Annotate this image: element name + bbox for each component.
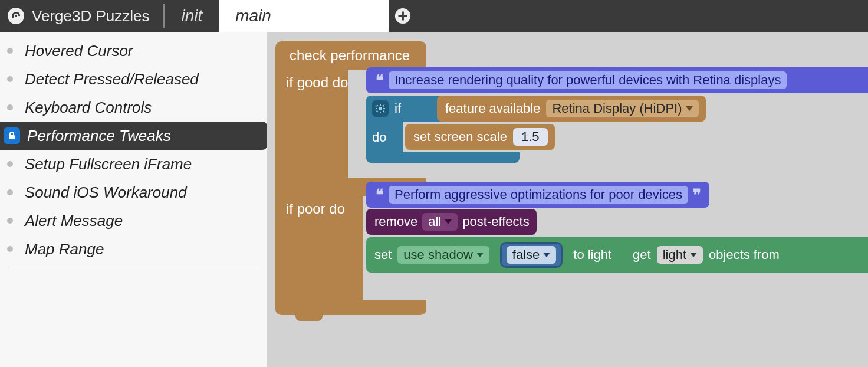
add-tab-button[interactable]	[389, 0, 417, 32]
block-label: feature available	[445, 101, 540, 116]
app-logo-icon	[6, 6, 26, 26]
tab-main[interactable]: main	[219, 0, 389, 32]
comment-text: Perform aggressive optimizations for poo…	[389, 186, 688, 204]
chevron-down-icon	[690, 253, 697, 257]
svg-rect-7	[380, 104, 381, 106]
block-label: set screen scale	[413, 129, 507, 145]
bullet-icon	[7, 48, 13, 54]
plus-circle-icon	[394, 7, 412, 25]
bullet-icon	[7, 161, 13, 167]
svg-rect-14	[383, 110, 385, 113]
block-label: check performance	[290, 47, 410, 64]
chevron-down-icon	[686, 106, 693, 111]
sidebar-item-label: Hovered Cursor	[25, 42, 133, 60]
sidebar-item-label: Keyboard Controls	[25, 99, 152, 117]
block-label: if poor do	[286, 201, 345, 217]
block-rail-poor: if poor do	[275, 196, 363, 300]
dropdown-light-prop[interactable]: use shadow	[397, 246, 489, 264]
svg-point-6	[379, 107, 382, 110]
block-set-screen-scale[interactable]: set screen scale 1.5	[405, 124, 555, 150]
chevron-down-icon	[543, 253, 550, 257]
dropdown-value: false	[512, 247, 540, 263]
dropdown-object-type[interactable]: light	[657, 246, 703, 264]
sidebar: Hovered Cursor Detect Pressed/Released K…	[0, 32, 267, 367]
block-comment-poor[interactable]: ❝ Perform aggressive optimizations for p…	[366, 182, 709, 208]
bullet-icon	[7, 189, 13, 195]
sidebar-item-alert-message[interactable]: Alert Message	[0, 207, 267, 235]
sidebar-item-performance-tweaks[interactable]: Performance Tweaks	[0, 122, 267, 150]
sidebar-divider	[8, 267, 259, 267]
open-quote-icon: ❝	[374, 186, 385, 204]
sidebar-item-map-range[interactable]: Map Range	[0, 235, 267, 263]
bullet-icon	[7, 218, 13, 224]
block-bottom-bar	[275, 300, 426, 315]
sidebar-item-sound-ios[interactable]: Sound iOS Workaround	[0, 178, 267, 207]
sidebar-item-hovered-cursor[interactable]: Hovered Cursor	[0, 37, 267, 65]
dropdown-value: all	[428, 214, 441, 230]
sidebar-item-keyboard-controls[interactable]: Keyboard Controls	[0, 93, 267, 122]
app-header: Verge3D Puzzles init main	[0, 0, 868, 32]
block-remove-post-effects[interactable]: remove all post-effects	[366, 209, 537, 235]
if-bottom-bar	[366, 152, 520, 163]
svg-rect-8	[380, 112, 381, 113]
number-input[interactable]: 1.5	[513, 128, 548, 146]
svg-rect-10	[383, 108, 385, 109]
block-comment-good[interactable]: ❝ Increase rendering quality for powerfu…	[366, 67, 868, 93]
svg-rect-12	[383, 105, 385, 107]
sidebar-item-fullscreen-iframe[interactable]: Setup Fullscreen iFrame	[0, 150, 267, 178]
tab-init[interactable]: init	[165, 0, 219, 32]
block-boolean-value[interactable]: false	[500, 242, 563, 268]
close-quote-icon: ❞	[692, 186, 702, 204]
block-label: objects from	[709, 247, 780, 263]
svg-rect-11	[376, 105, 379, 107]
svg-rect-5	[9, 135, 15, 139]
dropdown-feature[interactable]: Retina Display (HiDPI)	[546, 100, 698, 117]
dropdown-remove-scope[interactable]: all	[422, 213, 458, 231]
bullet-icon	[7, 76, 13, 82]
if-label: if	[394, 101, 401, 116]
dropdown-value: light	[663, 247, 686, 263]
do-label: do	[366, 122, 403, 145]
block-label: remove	[374, 214, 417, 230]
sidebar-item-label: Performance Tweaks	[27, 127, 171, 145]
chevron-down-icon	[445, 219, 452, 224]
block-set-light-prop[interactable]: set use shadow false to light get light	[366, 237, 868, 273]
block-label: post-effects	[462, 214, 529, 230]
dropdown-bool[interactable]: false	[507, 246, 556, 264]
puzzle-canvas[interactable]: check performance if good do if poor do …	[267, 32, 868, 367]
block-label: get	[633, 247, 651, 263]
gear-icon[interactable]	[372, 100, 389, 117]
block-feature-available[interactable]: feature available Retina Display (HiDPI)	[437, 96, 706, 122]
app-title: Verge3D Puzzles	[32, 7, 163, 25]
open-quote-icon: ❝	[374, 71, 385, 90]
svg-rect-13	[376, 110, 379, 113]
sidebar-item-label: Sound iOS Workaround	[25, 184, 187, 202]
comment-text: Increase rendering quality for powerful …	[389, 71, 787, 89]
block-label: to light	[573, 247, 611, 263]
chevron-down-icon	[476, 253, 484, 257]
dropdown-value: Retina Display (HiDPI)	[552, 101, 682, 116]
svg-rect-4	[399, 15, 407, 17]
sidebar-item-label: Setup Fullscreen iFrame	[25, 155, 192, 173]
sidebar-item-label: Map Range	[25, 240, 104, 258]
sidebar-item-label: Detect Pressed/Released	[25, 70, 199, 89]
lock-icon	[4, 127, 20, 144]
sidebar-item-label: Alert Message	[25, 212, 123, 230]
block-label: set	[374, 247, 392, 263]
bullet-icon	[7, 104, 13, 110]
block-label: if good do	[286, 74, 348, 90]
svg-rect-1	[15, 15, 17, 17]
dropdown-value: use shadow	[403, 247, 472, 263]
sidebar-item-detect-pressed[interactable]: Detect Pressed/Released	[0, 65, 267, 93]
svg-rect-9	[376, 108, 377, 109]
bullet-icon	[7, 246, 13, 252]
